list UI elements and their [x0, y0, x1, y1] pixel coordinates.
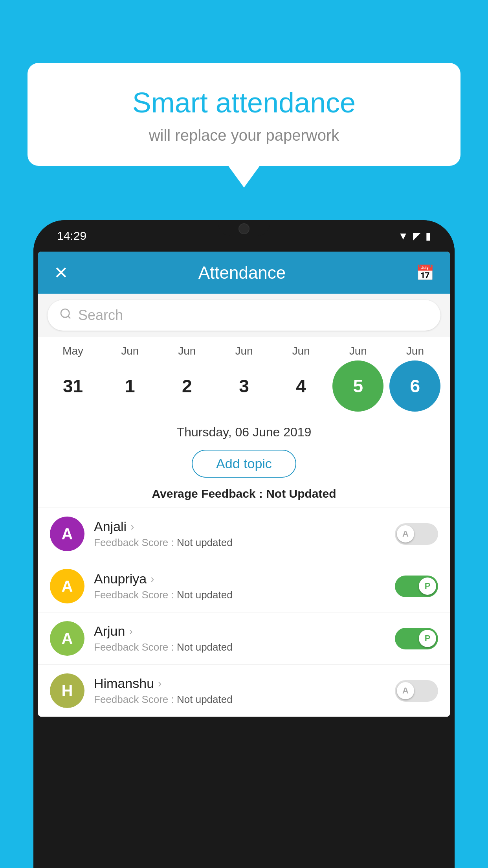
calendar-months: May Jun Jun Jun Jun Jun Jun — [44, 345, 444, 357]
phone-status-icons: ▼ ◤ ▮ — [398, 230, 431, 242]
cal-month-0: May — [48, 345, 99, 357]
cal-day-3[interactable]: 3 — [218, 360, 270, 412]
cal-day-5[interactable]: 5 — [332, 360, 383, 412]
avatar-anupriya: A — [50, 569, 84, 603]
chevron-icon-himanshu: › — [158, 677, 161, 690]
avatar-arjun: A — [50, 621, 84, 656]
cal-month-2: Jun — [161, 345, 213, 357]
feedback-score-himanshu: Feedback Score : Not updated — [94, 693, 395, 706]
speech-bubble-title: Smart attendance — [51, 86, 437, 119]
cal-day-4[interactable]: 4 — [275, 360, 327, 412]
chevron-icon-anupriya: › — [150, 573, 154, 585]
cal-month-3: Jun — [218, 345, 270, 357]
speech-bubble-tail — [228, 166, 260, 188]
avg-feedback-value: Not Updated — [266, 487, 336, 500]
toggle-arjun[interactable]: P — [395, 628, 438, 649]
search-icon — [59, 307, 72, 323]
search-placeholder: Search — [78, 307, 123, 324]
svg-point-0 — [61, 309, 69, 317]
chevron-icon-arjun: › — [129, 625, 132, 638]
app-title: Attendance — [198, 263, 286, 283]
student-info-anupriya: Anupriya › Feedback Score : Not updated — [94, 571, 395, 601]
cal-day-31[interactable]: 31 — [48, 360, 99, 412]
cal-day-1[interactable]: 1 — [105, 360, 156, 412]
toggle-anupriya[interactable]: P — [395, 576, 438, 597]
speech-bubble-container: Smart attendance will replace your paper… — [28, 63, 460, 188]
phone-time: 14:29 — [57, 229, 86, 243]
student-info-arjun: Arjun › Feedback Score : Not updated — [94, 623, 395, 653]
phone-screen: ✕ Attendance 📅 Search May Jun Jun Jun — [38, 252, 450, 717]
selected-date: Thursday, 06 June 2019 — [38, 418, 450, 445]
cal-day-6[interactable]: 6 — [389, 360, 440, 412]
cal-day-2[interactable]: 2 — [161, 360, 213, 412]
search-input[interactable]: Search — [48, 300, 440, 331]
cal-month-4: Jun — [275, 345, 327, 357]
status-bar: 14:29 ▼ ◤ ▮ — [33, 220, 455, 252]
speech-bubble: Smart attendance will replace your paper… — [28, 63, 460, 166]
cal-month-6: Jun — [389, 345, 440, 357]
add-topic-button[interactable]: Add topic — [192, 450, 296, 478]
calendar-row[interactable]: May Jun Jun Jun Jun Jun Jun 31 1 2 3 4 5… — [38, 337, 450, 418]
cal-month-5: Jun — [332, 345, 383, 357]
student-list: A Anjali › Feedback Score : Not updated … — [38, 508, 450, 717]
student-item-himanshu[interactable]: H Himanshu › Feedback Score : Not update… — [38, 664, 450, 717]
avatar-anjali: A — [50, 517, 84, 551]
phone-notch — [218, 220, 270, 236]
signal-icon: ◤ — [413, 230, 421, 242]
close-button[interactable]: ✕ — [54, 263, 68, 283]
add-topic-container: Add topic — [38, 445, 450, 484]
cal-month-1: Jun — [105, 345, 156, 357]
app-header: ✕ Attendance 📅 — [38, 252, 450, 294]
student-name-anupriya: Anupriya › — [94, 571, 395, 587]
student-item-arjun[interactable]: A Arjun › Feedback Score : Not updated P — [38, 612, 450, 664]
student-info-himanshu: Himanshu › Feedback Score : Not updated — [94, 676, 395, 706]
calendar-days: 31 1 2 3 4 5 6 — [44, 360, 444, 418]
chevron-icon-anjali: › — [130, 520, 134, 533]
avg-feedback-label: Average Feedback : — [152, 487, 262, 500]
toggle-himanshu[interactable]: A — [395, 680, 438, 702]
student-item-anupriya[interactable]: A Anupriya › Feedback Score : Not update… — [38, 560, 450, 612]
avg-feedback: Average Feedback : Not Updated — [38, 484, 450, 508]
battery-icon: ▮ — [426, 230, 431, 242]
student-info-anjali: Anjali › Feedback Score : Not updated — [94, 519, 395, 549]
feedback-score-arjun: Feedback Score : Not updated — [94, 641, 395, 653]
student-name-arjun: Arjun › — [94, 623, 395, 639]
avatar-himanshu: H — [50, 673, 84, 708]
search-bar-container: Search — [38, 294, 450, 337]
feedback-score-anupriya: Feedback Score : Not updated — [94, 589, 395, 601]
calendar-icon[interactable]: 📅 — [416, 264, 434, 281]
student-name-himanshu: Himanshu › — [94, 676, 395, 691]
phone-frame: 14:29 ▼ ◤ ▮ ✕ Attendance 📅 Searc — [33, 220, 455, 868]
phone-camera — [238, 223, 250, 234]
toggle-anjali[interactable]: A — [395, 523, 438, 545]
student-item-anjali[interactable]: A Anjali › Feedback Score : Not updated … — [38, 508, 450, 560]
wifi-icon: ▼ — [398, 230, 408, 242]
feedback-score-anjali: Feedback Score : Not updated — [94, 537, 395, 549]
student-name-anjali: Anjali › — [94, 519, 395, 534]
speech-bubble-subtitle: will replace your paperwork — [51, 127, 437, 144]
